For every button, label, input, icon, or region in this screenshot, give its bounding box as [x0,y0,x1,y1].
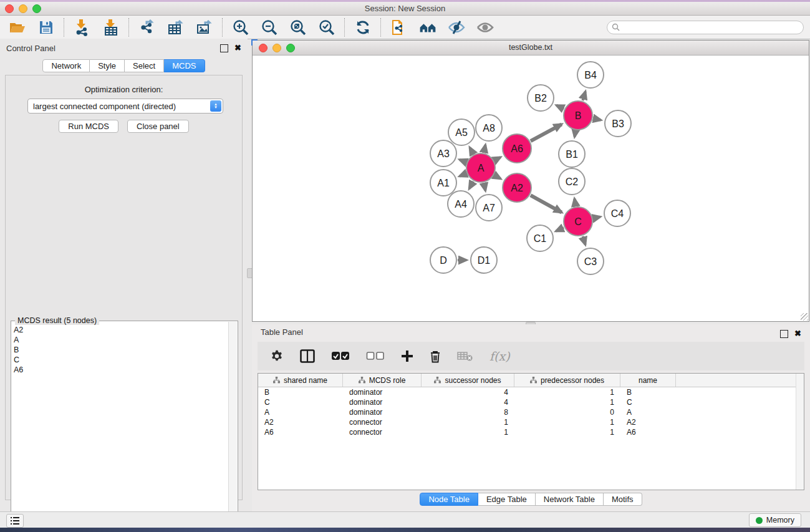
memory-button[interactable]: Memory [749,513,801,527]
table-cell[interactable]: C [620,397,676,407]
result-scrollbar[interactable] [228,322,237,531]
edge-C-C1[interactable] [556,228,564,231]
edge-A2-C[interactable] [531,195,562,212]
table-cell[interactable]: 1 [422,427,514,437]
network-window-titlebar[interactable]: testGlobe.txt [253,41,809,56]
tab-select[interactable]: Select [125,59,164,72]
node-C4[interactable]: C4 [604,200,630,226]
node-B3[interactable]: B3 [605,110,631,137]
close-panel-icon[interactable]: ✖ [234,44,241,52]
result-item[interactable]: A [12,336,228,346]
column-header-successor-nodes[interactable]: successor nodes [422,374,514,387]
node-B2[interactable]: B2 [528,85,554,111]
node-D1[interactable]: D1 [471,247,497,273]
result-item[interactable]: A2 [12,326,228,336]
table-settings-icon[interactable] [270,349,284,363]
import-network-icon[interactable] [74,19,91,36]
node-C[interactable]: C [564,207,592,236]
node-A[interactable]: A [466,153,495,182]
edge-A-A3[interactable] [460,160,466,162]
edge-C-C2[interactable] [574,199,576,206]
table-body[interactable]: Bdominator41BCdominator41CAdominator80AA… [258,387,804,437]
tab-network[interactable]: Network [42,59,90,72]
close-table-panel-icon[interactable]: ✖ [794,330,801,338]
table-cell[interactable]: connector [343,417,422,427]
table-cell[interactable]: 1 [422,417,514,427]
zoom-out-icon[interactable] [261,19,278,36]
edge-B-B1[interactable] [574,131,576,137]
search-input[interactable] [607,21,804,34]
select-all-icon[interactable] [331,351,350,361]
new-network-from-selection-icon[interactable] [390,19,408,36]
edge-A-A8[interactable] [484,145,485,152]
table-cell[interactable]: B [258,387,343,397]
export-table-icon[interactable] [167,19,185,36]
table-row[interactable]: A2connector11A2 [258,417,804,427]
close-panel-button[interactable]: Close panel [127,120,189,133]
edge-A-A2[interactable] [494,175,501,178]
node-B1[interactable]: B1 [559,141,585,167]
zoom-fit-icon[interactable] [289,19,307,36]
table-cell[interactable]: dominator [343,387,422,397]
node-A3[interactable]: A3 [430,140,456,167]
float-panel-icon[interactable] [220,44,228,52]
table-scrollbar[interactable] [796,374,804,490]
edge-A-A5[interactable] [470,148,473,154]
table-cell[interactable]: A2 [258,417,343,427]
node-A2[interactable]: A2 [503,173,531,202]
node-A5[interactable]: A5 [448,119,475,145]
run-mcds-button[interactable]: Run MCDS [59,120,118,133]
node-A1[interactable]: A1 [430,170,456,196]
edge-C-C3[interactable] [582,236,585,244]
edge-A6-B[interactable] [531,124,562,141]
table-cell[interactable]: B [620,387,676,397]
table-cell[interactable]: A6 [258,427,343,437]
column-header-MCDS-role[interactable]: MCDS role [343,374,422,387]
float-table-panel-icon[interactable] [780,330,788,338]
node-D[interactable]: D [430,247,456,273]
column-header-shared-name[interactable]: shared name [258,374,343,387]
edge-B-B3[interactable] [593,118,600,120]
import-table-icon[interactable] [102,19,120,36]
table-cell[interactable]: connector [343,427,422,437]
node-A8[interactable]: A8 [476,115,502,141]
edge-B-B4[interactable] [582,92,585,100]
tab-network-table[interactable]: Network Table [536,493,604,506]
node-A7[interactable]: A7 [476,195,502,221]
delete-table-icon[interactable] [457,351,473,362]
table-cell[interactable]: 1 [514,387,620,397]
export-network-icon[interactable] [138,19,156,36]
tab-node-table[interactable]: Node Table [420,493,478,506]
zoom-selected-icon[interactable] [318,19,335,36]
node-B[interactable]: B [564,101,592,130]
optimization-criterion-select[interactable]: largest connected component (directed) ▲… [27,99,223,114]
first-neighbors-icon[interactable] [419,19,436,36]
table-cell[interactable]: 8 [422,407,514,417]
tab-edge-table[interactable]: Edge Table [478,493,536,506]
table-row[interactable]: Cdominator41C [258,397,804,407]
table-row[interactable]: Bdominator41B [258,387,804,397]
table-cell[interactable]: 4 [422,397,514,407]
edge-A-A4[interactable] [470,181,473,189]
export-image-icon[interactable] [196,19,213,36]
node-A6[interactable]: A6 [503,134,531,163]
table-row[interactable]: A6connector11A6 [258,427,804,437]
table-cell[interactable]: A2 [620,417,676,427]
table-cell[interactable]: A [620,407,676,417]
result-item[interactable]: A6 [12,366,228,376]
add-column-icon[interactable] [401,350,413,362]
table-cell[interactable]: dominator [343,397,422,407]
table-cell[interactable]: 4 [422,387,514,397]
tab-style[interactable]: Style [90,59,125,72]
task-history-button[interactable] [6,514,24,528]
hide-selection-icon[interactable] [448,19,465,36]
column-header-name[interactable]: name [620,374,676,387]
node-C3[interactable]: C3 [577,248,604,274]
node-C2[interactable]: C2 [559,168,585,195]
table-row[interactable]: Adominator80A [258,407,804,417]
table-cell[interactable]: A [258,407,343,417]
table-cell[interactable]: C [258,397,343,407]
edge-C-C4[interactable] [593,217,600,218]
network-graph[interactable]: B4B2BB3A8A5A6A3B1AA1C2A2A4A7C4CC1DD1C3 [253,55,809,321]
delete-column-icon[interactable] [430,350,441,363]
